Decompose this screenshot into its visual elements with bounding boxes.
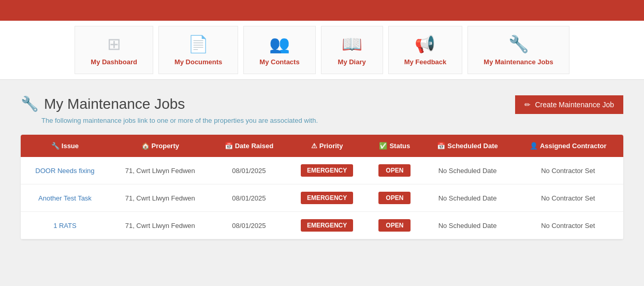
status-badge-2: OPEN bbox=[378, 219, 411, 232]
dashboard-label: My Dashboard bbox=[91, 58, 137, 66]
maintenance-table: 🔧Issue🏠Property📅Date Raised⚠Priority✅Sta… bbox=[21, 135, 623, 239]
table-row: Another Test Task71, Cwrt Llwyn Fedwen08… bbox=[21, 184, 623, 212]
issue-link-0[interactable]: DOOR Needs fixing bbox=[35, 167, 94, 175]
th-date_raised: 📅Date Raised bbox=[211, 135, 287, 157]
th-property: 🏠Property bbox=[109, 135, 211, 157]
navigation-bar: ⊞ My Dashboard 📄 My Documents 👥 My Conta… bbox=[0, 21, 644, 80]
nav-item-maintenance[interactable]: 🔧 My Maintenance Jobs bbox=[467, 26, 569, 74]
row-0-status: OPEN bbox=[367, 157, 422, 184]
priority-badge-2: EMERGENCY bbox=[301, 219, 353, 232]
table-header: 🔧Issue🏠Property📅Date Raised⚠Priority✅Sta… bbox=[21, 135, 623, 157]
top-bar bbox=[0, 0, 644, 21]
edit-icon: ✏ bbox=[524, 101, 531, 109]
contacts-icon: 👥 bbox=[269, 34, 290, 54]
wrench-icon: 🔧 bbox=[21, 95, 39, 112]
priority-badge-1: EMERGENCY bbox=[301, 192, 353, 204]
th-status: ✅Status bbox=[367, 135, 422, 157]
row-2-priority: EMERGENCY bbox=[287, 212, 367, 239]
row-0-date-raised: 08/01/2025 bbox=[211, 157, 287, 184]
nav-item-contacts[interactable]: 👥 My Contacts bbox=[243, 26, 315, 74]
row-2-date-raised: 08/01/2025 bbox=[211, 212, 287, 239]
priority-badge-0: EMERGENCY bbox=[301, 164, 353, 177]
nav-item-diary[interactable]: 📖 My Diary bbox=[321, 26, 383, 74]
page-title-section: 🔧 My Maintenance Jobs The following main… bbox=[21, 95, 318, 124]
issue-link-1[interactable]: Another Test Task bbox=[38, 194, 92, 202]
scheduled_date-header-icon: 📅 bbox=[437, 142, 445, 150]
table-body: DOOR Needs fixing71, Cwrt Llwyn Fedwen08… bbox=[21, 157, 623, 239]
th-priority: ⚠Priority bbox=[287, 135, 367, 157]
row-2-issue[interactable]: 1 RATS bbox=[21, 212, 109, 239]
page-header: 🔧 My Maintenance Jobs The following main… bbox=[21, 95, 623, 124]
row-0-issue[interactable]: DOOR Needs fixing bbox=[21, 157, 109, 184]
assigned_contractor-header-icon: 👤 bbox=[530, 142, 538, 150]
maintenance-icon: 🔧 bbox=[508, 34, 529, 54]
main-content: 🔧 My Maintenance Jobs The following main… bbox=[0, 80, 644, 255]
priority-header-icon: ⚠ bbox=[311, 142, 317, 150]
maintenance-label: My Maintenance Jobs bbox=[484, 58, 553, 66]
row-0-priority: EMERGENCY bbox=[287, 157, 367, 184]
contacts-label: My Contacts bbox=[259, 58, 299, 66]
row-1-scheduled-date: No Scheduled Date bbox=[422, 184, 513, 212]
status-header-icon: ✅ bbox=[379, 142, 387, 150]
create-maintenance-job-button[interactable]: ✏ Create Maintenance Job bbox=[515, 95, 623, 114]
date_raised-header-icon: 📅 bbox=[225, 142, 233, 150]
page-title: 🔧 My Maintenance Jobs bbox=[21, 95, 318, 112]
status-badge-0: OPEN bbox=[378, 164, 411, 177]
page-subtitle: The following maintenance jobs link to o… bbox=[41, 117, 318, 124]
th-scheduled_date: 📅Scheduled Date bbox=[422, 135, 513, 157]
row-1-assigned-contractor: No Contractor Set bbox=[513, 184, 623, 212]
dashboard-icon: ⊞ bbox=[107, 34, 121, 54]
nav-item-dashboard[interactable]: ⊞ My Dashboard bbox=[75, 26, 153, 74]
nav-item-feedback[interactable]: 📢 My Feedback bbox=[388, 26, 463, 74]
row-1-priority: EMERGENCY bbox=[287, 184, 367, 212]
th-assigned_contractor: 👤Assigned Contractor bbox=[513, 135, 623, 157]
documents-icon: 📄 bbox=[188, 34, 209, 54]
feedback-icon: 📢 bbox=[415, 34, 435, 54]
create-button-label: Create Maintenance Job bbox=[535, 101, 614, 109]
th-issue: 🔧Issue bbox=[21, 135, 109, 157]
row-0-assigned-contractor: No Contractor Set bbox=[513, 157, 623, 184]
row-2-assigned-contractor: No Contractor Set bbox=[513, 212, 623, 239]
diary-label: My Diary bbox=[338, 58, 366, 66]
row-1-issue[interactable]: Another Test Task bbox=[21, 184, 109, 212]
row-2-status: OPEN bbox=[367, 212, 422, 239]
diary-icon: 📖 bbox=[342, 34, 362, 54]
row-1-property: 71, Cwrt Llwyn Fedwen bbox=[109, 184, 211, 212]
table-row: DOOR Needs fixing71, Cwrt Llwyn Fedwen08… bbox=[21, 157, 623, 184]
row-1-status: OPEN bbox=[367, 184, 422, 212]
feedback-label: My Feedback bbox=[404, 58, 447, 66]
row-2-scheduled-date: No Scheduled Date bbox=[422, 212, 513, 239]
maintenance-table-container: 🔧Issue🏠Property📅Date Raised⚠Priority✅Sta… bbox=[21, 135, 623, 239]
table-row: 1 RATS71, Cwrt Llwyn Fedwen08/01/2025EME… bbox=[21, 212, 623, 239]
status-badge-1: OPEN bbox=[378, 192, 411, 204]
nav-item-documents[interactable]: 📄 My Documents bbox=[158, 26, 238, 74]
row-0-property: 71, Cwrt Llwyn Fedwen bbox=[109, 157, 211, 184]
header-row: 🔧Issue🏠Property📅Date Raised⚠Priority✅Sta… bbox=[21, 135, 623, 157]
row-1-date-raised: 08/01/2025 bbox=[211, 184, 287, 212]
row-0-scheduled-date: No Scheduled Date bbox=[422, 157, 513, 184]
page-heading: My Maintenance Jobs bbox=[44, 96, 185, 112]
property-header-icon: 🏠 bbox=[141, 142, 150, 150]
issue-link-2[interactable]: 1 RATS bbox=[53, 222, 77, 230]
documents-label: My Documents bbox=[174, 58, 222, 66]
issue-header-icon: 🔧 bbox=[51, 142, 60, 150]
row-2-property: 71, Cwrt Llwyn Fedwen bbox=[109, 212, 211, 239]
